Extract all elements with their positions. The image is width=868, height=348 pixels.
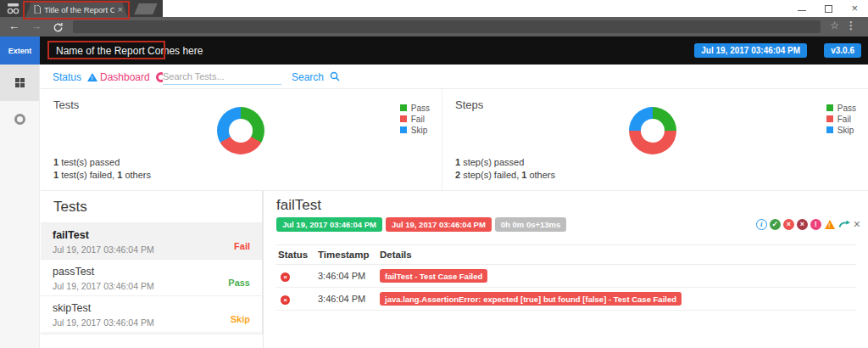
test-list-item-failtest[interactable]: failTest Jul 19, 2017 03:46:04 PM Fail <box>41 223 262 260</box>
status-filter[interactable]: Status ! <box>53 65 97 89</box>
forward-icon[interactable]: → <box>31 20 42 32</box>
steps-chart-panel: Steps Pass Fail Skip 1 step(s) passed 2 … <box>442 89 868 190</box>
tests-list-title: Tests <box>41 191 262 223</box>
report-header: Extent Name of the Report Comes here Jul… <box>0 36 868 65</box>
legend-row: Pass <box>400 103 430 113</box>
extent-logo[interactable]: Extent <box>0 36 40 65</box>
status-badge: Fail <box>234 241 250 251</box>
annotation-box-tab <box>23 1 130 20</box>
bookmark-star-icon[interactable]: ☆ <box>830 20 839 31</box>
legend-row: Fail <box>400 114 430 124</box>
address-bar[interactable] <box>73 20 821 33</box>
close-window-button[interactable]: × <box>851 1 858 16</box>
tests-chart-panel: Tests Pass Fail Skip 1 test(s) passed 1 … <box>41 89 442 190</box>
donut-hole <box>641 119 665 143</box>
sidebar-item-dashboard[interactable] <box>0 101 39 138</box>
status-badge: Skip <box>231 314 250 324</box>
panel-title: Steps <box>455 98 483 111</box>
refresh-icon[interactable] <box>53 21 64 36</box>
pass-icon[interactable]: ✓ <box>770 219 781 230</box>
chart-legend: Pass Fail Skip <box>826 103 856 136</box>
warning-triangle-icon: ! <box>87 73 97 81</box>
chart-stats: 1 test(s) passed 1 test(s) failed, 1 oth… <box>53 156 151 182</box>
end-time-badge: Jul 19, 2017 03:46:04 PM <box>386 217 492 232</box>
column-header-status: Status <box>276 245 316 265</box>
search-input[interactable] <box>163 69 281 85</box>
dashboard-toggle[interactable]: Dashboard <box>100 65 166 89</box>
subnav: Status ! Dashboard Search <box>41 65 868 89</box>
version-badge: v3.0.6 <box>824 43 861 58</box>
steps-table: Status Timestamp Details × 3:46:04 PM fa… <box>276 244 856 311</box>
detail-title: failTest <box>276 197 321 214</box>
redo-arrow-icon[interactable] <box>838 216 851 232</box>
search-label[interactable]: Search <box>292 71 324 83</box>
extent-report-window: Title of the Report Come × × ← → ☆ ⋮ Ext… <box>0 0 868 348</box>
search-icon[interactable] <box>330 70 340 85</box>
detail-badges: Jul 19, 2017 03:46:04 PM Jul 19, 2017 03… <box>276 217 566 232</box>
steps-donut-chart <box>629 107 676 154</box>
info-icon[interactable]: i <box>756 219 767 230</box>
dashboard-panels: Tests Pass Fail Skip 1 test(s) passed 1 … <box>41 89 868 191</box>
table-row[interactable]: × 3:46:04 PM java.lang.AssertionError: e… <box>276 288 856 311</box>
status-badge: Pass <box>228 278 250 288</box>
fail-status-icon: × <box>281 295 290 305</box>
legend-swatch-pass <box>400 104 407 111</box>
tests-donut-chart <box>217 107 264 154</box>
sidebar <box>0 65 40 348</box>
test-list-item-passtest[interactable]: passTest Jul 19, 2017 03:46:04 PM Pass <box>41 260 262 296</box>
incognito-icon <box>6 3 20 18</box>
donut-hole <box>229 119 253 143</box>
legend-row: Fail <box>826 114 856 124</box>
legend-swatch-skip <box>400 126 407 133</box>
test-detail-panel: failTest Jul 19, 2017 03:46:04 PM Jul 19… <box>263 191 868 348</box>
maximize-button[interactable] <box>825 5 832 13</box>
new-tab-button[interactable] <box>134 3 157 14</box>
test-list-item-skiptest[interactable]: skipTest Jul 19, 2017 03:46:04 PM Skip <box>41 296 262 333</box>
column-header-timestamp: Timestamp <box>316 245 378 265</box>
chart-legend: Pass Fail Skip <box>400 103 430 136</box>
table-row[interactable]: × 3:46:04 PM failTest - Test Case Failed <box>276 265 856 288</box>
chart-stats: 1 step(s) passed 2 step(s) failed, 1 oth… <box>455 156 555 182</box>
log-message-badge: failTest - Test Case Failed <box>380 269 487 283</box>
error-icon[interactable]: ! <box>810 219 821 230</box>
legend-swatch-skip <box>826 126 833 133</box>
gauge-icon <box>14 114 25 125</box>
annotation-box-report-name <box>47 41 165 59</box>
legend-row: Skip <box>826 125 856 135</box>
report-timestamp-badge: Jul 19, 2017 03:46:04 PM <box>694 43 807 58</box>
sidebar-item-tests[interactable] <box>0 65 39 101</box>
legend-swatch-pass <box>826 104 833 111</box>
duration-badge: 0h 0m 0s+13ms <box>495 217 567 232</box>
browser-menu-icon[interactable]: ⋮ <box>846 20 856 31</box>
search-action[interactable]: Search <box>292 65 340 89</box>
fail-status-icon: × <box>281 272 290 282</box>
detail-status-toolbar: i ✓ × × ! ! × <box>756 216 860 232</box>
browser-titlebar: Title of the Report Come × × <box>0 0 868 17</box>
legend-row: Pass <box>826 103 856 113</box>
fatal-icon[interactable]: × <box>797 219 808 230</box>
window-controls: × <box>798 0 858 17</box>
legend-swatch-fail <box>400 115 407 122</box>
back-icon[interactable]: ← <box>8 20 19 32</box>
dashboard-label[interactable]: Dashboard <box>100 71 150 83</box>
panel-title: Tests <box>53 98 79 111</box>
start-time-badge: Jul 19, 2017 03:46:04 PM <box>276 217 382 232</box>
grid-icon <box>15 78 25 87</box>
close-detail-icon[interactable]: × <box>854 219 860 230</box>
legend-row: Skip <box>400 125 430 135</box>
tests-list-card: Tests failTest Jul 19, 2017 03:46:04 PM … <box>41 191 263 334</box>
browser-toolbar: ← → ☆ ⋮ <box>0 17 868 36</box>
minimize-button[interactable] <box>798 10 806 11</box>
legend-swatch-fail <box>826 115 833 122</box>
warning-icon[interactable]: ! <box>824 219 836 230</box>
log-message-badge: java.lang.AssertionError: expected [true… <box>380 292 682 306</box>
column-header-details: Details <box>378 245 856 265</box>
fail-icon[interactable]: × <box>783 219 794 230</box>
status-label[interactable]: Status <box>53 71 81 83</box>
